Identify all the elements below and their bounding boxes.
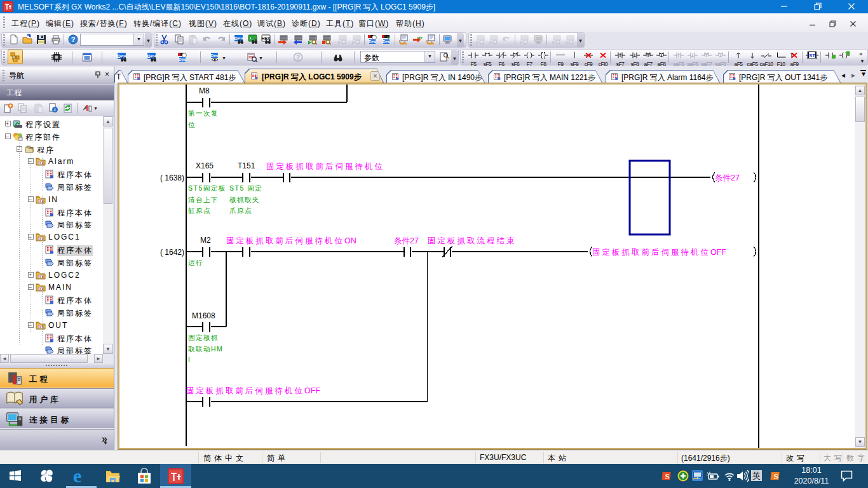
svg-text:固定板抓: 固定板抓	[188, 334, 219, 341]
svg-text:固定板抓取前后伺服待机位ON: 固定板抓取前后伺服待机位ON	[226, 236, 356, 245]
svg-text:ST: ST	[809, 53, 815, 58]
svg-text:S: S	[665, 471, 669, 481]
svg-text:固定板抓取流程结束: 固定板抓取流程结束	[428, 236, 517, 245]
svg-text:M2: M2	[200, 236, 211, 245]
svg-text:固定板抓取前后伺服待机位: 固定板抓取前后伺服待机位	[266, 162, 384, 171]
svg-text:I: I	[188, 356, 191, 363]
svg-text:M1608: M1608	[192, 311, 215, 320]
svg-text:( 1642): ( 1642)	[160, 248, 184, 257]
svg-text:T151: T151	[238, 161, 255, 170]
svg-text:条件27: 条件27	[394, 236, 419, 245]
svg-text:清台上下: 清台上下	[188, 196, 219, 203]
svg-text:第一次复: 第一次复	[188, 109, 219, 117]
svg-text:位: 位	[188, 121, 196, 128]
svg-text:ST5 固定: ST5 固定	[229, 184, 262, 192]
svg-text:固定板抓取前后伺服待机位OFF: 固定板抓取前后伺服待机位OFF	[592, 248, 726, 257]
svg-text:运行: 运行	[188, 259, 203, 266]
svg-text:X165: X165	[196, 161, 214, 170]
svg-text:M8: M8	[199, 86, 210, 95]
svg-text:取联动HM: 取联动HM	[187, 345, 223, 353]
svg-text:( 1638): ( 1638)	[160, 173, 184, 182]
svg-text:固定板抓取前后伺服待机位OFF: 固定板抓取前后伺服待机位OFF	[186, 386, 320, 395]
svg-text:ST5固定板: ST5固定板	[188, 184, 226, 192]
svg-text:爪原点: 爪原点	[229, 207, 252, 214]
svg-text:板抓取夹: 板抓取夹	[229, 196, 260, 203]
svg-text:缸原点: 缸原点	[188, 207, 211, 214]
svg-text:条件27: 条件27	[715, 173, 740, 182]
